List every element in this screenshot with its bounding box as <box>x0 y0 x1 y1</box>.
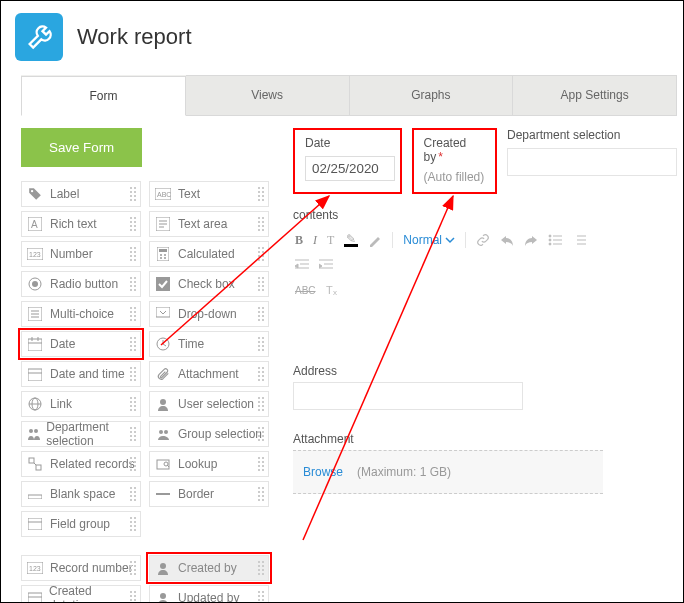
palette-blank-space[interactable]: Blank space <box>21 481 141 507</box>
tab-graphs[interactable]: Graphs <box>350 75 514 115</box>
palette-created-datetime[interactable]: Created datetime <box>21 585 141 603</box>
lookup-icon <box>154 455 172 473</box>
globe-icon <box>26 395 44 413</box>
palette-item-label: Updated by <box>178 591 239 603</box>
calendar-icon <box>26 589 43 603</box>
form-field-created-by[interactable]: Created by* (Auto filled) <box>412 128 497 194</box>
svg-point-18 <box>32 281 38 287</box>
palette-attachment[interactable]: Attachment <box>149 361 269 387</box>
svg-text:T: T <box>326 284 333 296</box>
tab-app-settings[interactable]: App Settings <box>513 75 677 115</box>
palette-item-label: Radio button <box>50 277 118 291</box>
calendar-icon <box>26 365 44 383</box>
palette-item-label: Text <box>178 187 200 201</box>
tab-views[interactable]: Views <box>186 75 350 115</box>
svg-rect-12 <box>159 249 167 252</box>
save-form-button[interactable]: Save Form <box>21 128 142 167</box>
form-field-date[interactable]: Date <box>293 128 402 194</box>
palette-text-area[interactable]: Text area <box>149 211 269 237</box>
highlight-button[interactable] <box>368 233 382 247</box>
field-group-icon <box>26 515 44 533</box>
svg-point-14 <box>164 254 166 256</box>
svg-point-13 <box>160 254 162 256</box>
svg-point-57 <box>160 593 166 599</box>
redo-button[interactable] <box>524 234 538 246</box>
palette-group-selection[interactable]: Group selection <box>149 421 269 447</box>
heading-dropdown[interactable]: Normal <box>403 233 455 247</box>
date-input[interactable] <box>305 156 395 181</box>
attachment-dropzone[interactable]: Browse (Maximum: 1 GB) <box>293 450 603 494</box>
attachment-label: Attachment <box>293 432 603 446</box>
field-palette: Label ABC Text A Rich text Text area 12 <box>21 181 269 603</box>
palette-department-selection[interactable]: Department selection <box>21 421 141 447</box>
palette-date-and-time[interactable]: Date and time <box>21 361 141 387</box>
undo-button[interactable] <box>500 234 514 246</box>
calculator-icon <box>154 245 172 263</box>
department-input[interactable] <box>507 148 677 176</box>
textarea-icon <box>154 215 172 233</box>
browse-link[interactable]: Browse <box>303 465 343 479</box>
indent-button[interactable] <box>319 258 333 270</box>
radio-icon <box>26 275 44 293</box>
page-title: Work report <box>77 24 192 50</box>
palette-calculated[interactable]: Calculated <box>149 241 269 267</box>
tabs: Form Views Graphs App Settings <box>21 75 677 116</box>
palette-item-label: Link <box>50 397 72 411</box>
ul-button[interactable] <box>548 234 562 246</box>
bold-button[interactable]: B <box>295 233 303 248</box>
chevron-down-icon <box>445 236 455 244</box>
number-icon: 123 <box>26 245 44 263</box>
svg-rect-42 <box>29 458 34 463</box>
number-icon: 123 <box>26 559 44 577</box>
tag-icon <box>26 185 44 203</box>
palette-multi-choice[interactable]: Multi-choice <box>21 301 141 327</box>
italic-button[interactable]: I <box>313 233 317 248</box>
rich-text-icon: A <box>26 215 44 233</box>
palette-check-box[interactable]: Check box <box>149 271 269 297</box>
ol-button[interactable] <box>572 234 586 246</box>
svg-line-44 <box>34 463 36 465</box>
palette-link[interactable]: Link <box>21 391 141 417</box>
palette-user-selection[interactable]: User selection <box>149 391 269 417</box>
address-input[interactable] <box>293 382 523 410</box>
palette-record-number[interactable]: 123 Record number <box>21 555 141 581</box>
palette-border[interactable]: Border <box>149 481 269 507</box>
outdent-button[interactable] <box>295 258 309 270</box>
font-size-button[interactable]: T <box>327 233 334 248</box>
user-icon <box>154 395 172 413</box>
palette-lookup[interactable]: Lookup <box>149 451 269 477</box>
calendar-icon <box>26 335 44 353</box>
multichoice-icon <box>26 305 44 323</box>
palette-updated-by[interactable]: Updated by <box>149 585 269 603</box>
svg-point-64 <box>549 243 551 245</box>
svg-point-60 <box>549 235 551 237</box>
palette-item-label: Check box <box>178 277 235 291</box>
underline-button[interactable]: ✎ <box>344 234 358 247</box>
palette-item-label: Time <box>178 337 204 351</box>
link-button[interactable] <box>476 233 490 247</box>
palette-radio-button[interactable]: Radio button <box>21 271 141 297</box>
clock-icon <box>154 335 172 353</box>
svg-rect-24 <box>156 307 170 317</box>
palette-drop-down[interactable]: Drop-down <box>149 301 269 327</box>
palette-time[interactable]: Time <box>149 331 269 357</box>
palette-created-by[interactable]: Created by <box>149 555 269 581</box>
palette-text[interactable]: ABC Text <box>149 181 269 207</box>
palette-item-label: Record number <box>50 561 133 575</box>
group-icon <box>154 425 172 443</box>
palette-date[interactable]: Date <box>21 331 141 357</box>
palette-field-group[interactable]: Field group <box>21 511 141 537</box>
contents-label: contents <box>293 208 677 222</box>
palette-number[interactable]: 123 Number <box>21 241 141 267</box>
clear-format-button[interactable]: Tx <box>326 284 340 296</box>
palette-label[interactable]: Label <box>21 181 141 207</box>
form-field-department[interactable]: Department selection <box>507 128 677 194</box>
tab-form[interactable]: Form <box>21 76 186 116</box>
palette-rich-text[interactable]: A Rich text <box>21 211 141 237</box>
strike-button[interactable]: ABC <box>295 284 316 296</box>
abc-icon: ABC <box>154 185 172 203</box>
palette-related-records[interactable]: Related records <box>21 451 141 477</box>
palette-item-label: Group selection <box>178 427 262 441</box>
svg-rect-25 <box>28 339 42 351</box>
app-icon <box>15 13 63 61</box>
